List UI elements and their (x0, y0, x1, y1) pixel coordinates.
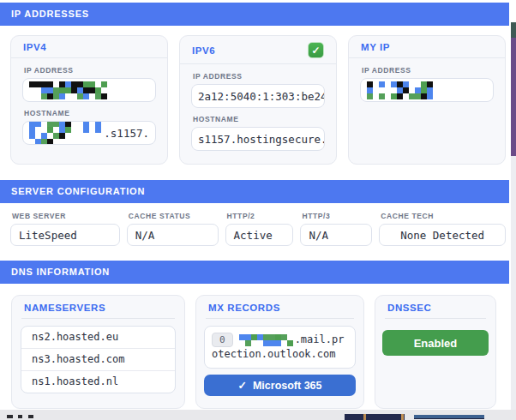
dnssec-card: DNSSEC Enabled (375, 295, 496, 409)
my-ip-address-label: IP ADDRESS (362, 66, 492, 75)
background-window-fragment (7, 415, 13, 418)
section-header-server-configuration: SERVER CONFIGURATION (0, 180, 509, 203)
my-ip-card-body: IP ADDRESS (349, 58, 505, 102)
ipv4-hostname-value[interactable]: .s1157. (22, 121, 156, 145)
mx-priority-badge: 0 (212, 333, 233, 347)
mx-records-card-header: MX RECORDS (206, 296, 354, 319)
ipv6-hostname-label: HOSTNAME (193, 115, 323, 123)
cache-tech-field: CACHE TECH None Detected (379, 212, 506, 246)
web-server-field: WEB SERVER LiteSpeed (10, 212, 120, 246)
web-server-label: WEB SERVER (12, 212, 118, 220)
my-ip-address-value[interactable] (360, 78, 494, 102)
nameservers-card-header: NAMESERVERS (21, 296, 175, 319)
background-window-fragment (511, 22, 516, 38)
ipv4-ip-address-value[interactable] (22, 78, 156, 102)
cache-status-label: CACHE STATUS (129, 212, 217, 220)
ipv4-card-title: IPV4 (23, 42, 46, 52)
web-server-value[interactable]: LiteSpeed (10, 224, 120, 246)
section-header-ip-addresses: IP ADDRESSES (0, 3, 509, 26)
background-window-fragment (401, 414, 404, 420)
dns-cards-row: NAMESERVERS ns2.hoasted.eu ns3.hoasted.c… (11, 295, 505, 409)
ipv4-card: IPV4 IP ADDRESS HOSTNAME .s1157. (10, 35, 168, 165)
ipv6-hostname-value[interactable]: s1157.hostingsecure.c (191, 127, 325, 151)
background-window-fragment (414, 415, 484, 419)
dnssec-card-title: DNSSEC (387, 303, 432, 313)
mx-records-card: MX RECORDS 0.mail.protection.outlook.com… (195, 295, 364, 409)
mx-records-card-title: MX RECORDS (208, 303, 280, 313)
ip-cards-row: IPV4 IP ADDRESS HOSTNAME .s1157. IPV6 ✓ … (10, 35, 506, 165)
background-window-bottom-strip (0, 410, 516, 420)
background-window-fragment (345, 414, 405, 420)
http2-value[interactable]: Active (225, 224, 294, 246)
my-ip-card: MY IP IP ADDRESS (348, 35, 506, 165)
redacted-my-ip-mosaic (367, 81, 439, 99)
ipv4-card-body: IP ADDRESS HOSTNAME .s1157. (11, 58, 167, 145)
ipv4-card-header: IPV4 (11, 36, 167, 58)
dnssec-card-header: DNSSEC (385, 296, 486, 319)
cache-status-field: CACHE STATUS N/A (127, 212, 219, 246)
ipv4-hostname-label: HOSTNAME (24, 109, 154, 117)
nameservers-card-title: NAMESERVERS (24, 303, 105, 313)
ipv6-card-title: IPV6 (192, 45, 215, 56)
background-window-scrollbar (511, 38, 516, 156)
http3-field: HTTP/3 N/A (300, 212, 372, 246)
ipv6-ip-address-label: IP ADDRESS (193, 72, 323, 81)
ipv6-card-body: IP ADDRESS 2a12:5040:1:303:be24: HOSTNAM… (180, 64, 336, 151)
redacted-ip-mosaic (29, 81, 107, 99)
http2-field: HTTP/2 Active (225, 212, 294, 246)
cache-status-value[interactable]: N/A (127, 224, 219, 246)
ipv4-ip-address-label: IP ADDRESS (24, 66, 154, 75)
background-window-edge (511, 0, 516, 410)
background-window-fragment (363, 414, 366, 420)
ipv6-card: IPV6 ✓ IP ADDRESS 2a12:5040:1:303:be24: … (179, 35, 337, 165)
cache-tech-value[interactable]: None Detected (379, 224, 506, 246)
nameserver-item[interactable]: ns1.hoasted.nl (21, 371, 175, 393)
microsoft-365-button[interactable]: ✓ Microsoft 365 (204, 375, 356, 396)
ipv6-card-header: IPV6 ✓ (180, 36, 336, 64)
my-ip-card-title: MY IP (361, 42, 390, 52)
background-window-fragment (28, 415, 33, 418)
nameservers-list: ns2.hoasted.eu ns3.hoasted.com ns1.hoast… (21, 326, 176, 393)
check-icon: ✓ (237, 379, 246, 392)
dnssec-status-button[interactable]: Enabled (382, 330, 489, 356)
redacted-hostname-mosaic (29, 121, 104, 145)
redacted-mx-host-mosaic (239, 334, 293, 346)
microsoft-365-label: Microsoft 365 (253, 380, 322, 392)
server-config-row: WEB SERVER LiteSpeed CACHE STATUS N/A HT… (10, 212, 506, 246)
chevron-right-icon: › (504, 23, 507, 34)
http3-value[interactable]: N/A (300, 224, 372, 246)
cache-tech-label: CACHE TECH (381, 212, 504, 220)
nameserver-item[interactable]: ns3.hoasted.com (21, 349, 175, 371)
background-window-fragment (511, 156, 516, 410)
mx-record-entry[interactable]: 0.mail.protection.outlook.com (204, 326, 356, 369)
section-header-dns-information: DNS INFORMATION (0, 261, 509, 284)
ipv4-hostname-suffix: .s1157. (104, 127, 149, 140)
http3-label: HTTP/3 (302, 212, 370, 220)
ipv6-ip-address-value[interactable]: 2a12:5040:1:303:be24: (191, 84, 325, 108)
verified-check-icon: ✓ (308, 42, 324, 58)
nameservers-card: NAMESERVERS ns2.hoasted.eu ns3.hoasted.c… (11, 295, 185, 409)
background-window-fragment (18, 415, 22, 418)
my-ip-card-header: MY IP (349, 36, 505, 58)
http2-label: HTTP/2 (227, 212, 292, 220)
nameserver-item[interactable]: ns2.hoasted.eu (21, 327, 175, 349)
